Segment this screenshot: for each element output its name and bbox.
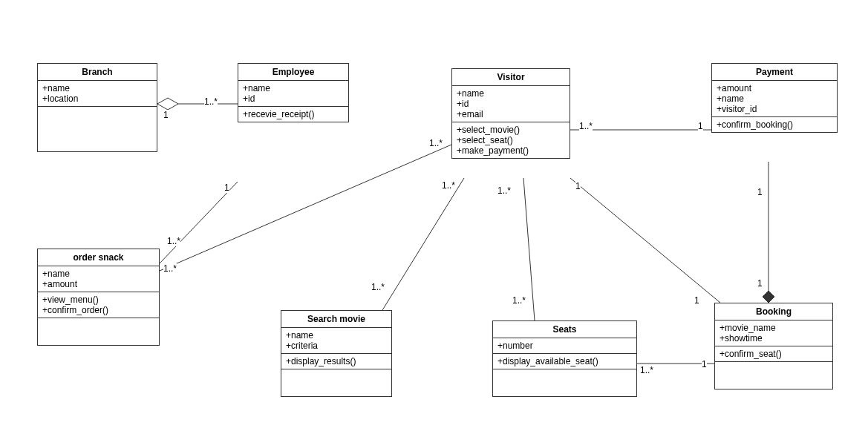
class-payment[interactable]: Payment +amount +name +visitor_id +confi… <box>711 63 838 133</box>
class-seats[interactable]: Seats +number +display_available_seat() <box>492 320 637 397</box>
op: +select_seat() <box>457 135 565 145</box>
op: +confirm_seat() <box>719 349 828 359</box>
operations-section: +display_results() <box>281 354 391 369</box>
attributes-section: +name +amount <box>38 266 159 292</box>
operations-section: +select_movie() +select_seat() +make_pay… <box>452 122 570 158</box>
class-search-movie[interactable]: Search movie +name +criteria +display_re… <box>281 310 392 397</box>
empty-section <box>38 318 159 345</box>
class-title: Search movie <box>281 311 391 328</box>
operations-section: +view_menu() +confirm_order() <box>38 292 159 318</box>
operations-section: +confirm_booking() <box>712 117 837 132</box>
mult-label: 1 <box>698 121 703 131</box>
mult-label: 1..* <box>371 282 385 292</box>
mult-label: 1..* <box>204 96 218 107</box>
mult-label: 1 <box>575 181 581 191</box>
op: +recevie_receipt() <box>243 109 344 119</box>
mult-label: 1..* <box>429 138 443 148</box>
mult-label: 1 <box>757 187 763 197</box>
class-employee[interactable]: Employee +name +id +recevie_receipt() <box>238 63 349 122</box>
mult-label: 1..* <box>167 236 180 246</box>
class-booking[interactable]: Booking +movie_name +showtime +confirm_s… <box>714 303 833 389</box>
attr: +name <box>457 88 565 99</box>
mult-label: 1 <box>163 110 169 120</box>
mult-label: 1..* <box>442 180 455 191</box>
op: +display_available_seat() <box>497 356 632 366</box>
svg-marker-10 <box>763 291 774 303</box>
operations-section <box>38 107 157 141</box>
mult-label: 1..* <box>640 365 653 375</box>
mult-label: 1 <box>694 295 699 306</box>
empty-section <box>493 369 636 396</box>
mult-label: 1..* <box>579 121 593 131</box>
operations-section: +display_available_seat() <box>493 354 636 369</box>
class-title: Employee <box>238 64 348 81</box>
mult-label: 1 <box>702 359 707 369</box>
svg-line-5 <box>382 178 464 310</box>
svg-line-2 <box>160 182 238 263</box>
attributes-section: +movie_name +showtime <box>715 320 832 346</box>
class-title: Booking <box>715 303 832 320</box>
attr: +name <box>243 83 344 93</box>
attr: +amount <box>42 279 154 289</box>
empty-section <box>281 369 391 396</box>
mult-label: 1..* <box>497 185 511 196</box>
class-title: Payment <box>712 64 837 81</box>
attr: +id <box>243 93 344 104</box>
svg-marker-0 <box>157 98 178 110</box>
class-branch[interactable]: Branch +name +location <box>37 63 157 152</box>
attr: +location <box>42 93 152 104</box>
attr: +showtime <box>719 333 828 343</box>
class-order-snack[interactable]: order snack +name +amount +view_menu() +… <box>37 249 160 346</box>
class-visitor[interactable]: Visitor +name +id +email +select_movie()… <box>451 68 570 159</box>
mult-label: 1..* <box>163 263 177 274</box>
operations-section: +recevie_receipt() <box>238 107 348 122</box>
attributes-section: +amount +name +visitor_id <box>712 81 837 117</box>
op: +confirm_order() <box>42 305 154 315</box>
attr: +email <box>457 109 565 119</box>
attr: +name <box>42 269 154 279</box>
attr: +id <box>457 99 565 109</box>
attr: +amount <box>717 83 832 93</box>
class-title: Seats <box>493 321 636 338</box>
attributes-section: +name +id +email <box>452 86 570 122</box>
attr: +number <box>497 341 632 351</box>
op: +display_results() <box>286 356 387 366</box>
attributes-section: +number <box>493 338 636 354</box>
class-title: order snack <box>38 249 159 266</box>
class-title: Visitor <box>452 69 570 86</box>
attributes-section: +name +id <box>238 81 348 107</box>
attributes-section: +name +location <box>38 81 157 107</box>
attr: +visitor_id <box>717 104 832 114</box>
svg-line-7 <box>570 178 720 303</box>
op: +select_movie() <box>457 125 565 135</box>
attr: +criteria <box>286 341 387 351</box>
attr: +name <box>286 330 387 341</box>
mult-label: 1..* <box>512 295 526 306</box>
attr: +movie_name <box>719 323 828 333</box>
operations-section: +confirm_seat() <box>715 346 832 362</box>
mult-label: 1 <box>757 278 763 289</box>
op: +confirm_booking() <box>717 119 832 130</box>
empty-section <box>715 362 832 389</box>
attr: +name <box>717 93 832 104</box>
op: +make_payment() <box>457 145 565 156</box>
attr: +name <box>42 83 152 93</box>
attributes-section: +name +criteria <box>281 328 391 354</box>
class-title: Branch <box>38 64 157 81</box>
svg-line-3 <box>160 145 451 271</box>
op: +view_menu() <box>42 295 154 305</box>
mult-label: 1 <box>224 183 229 193</box>
